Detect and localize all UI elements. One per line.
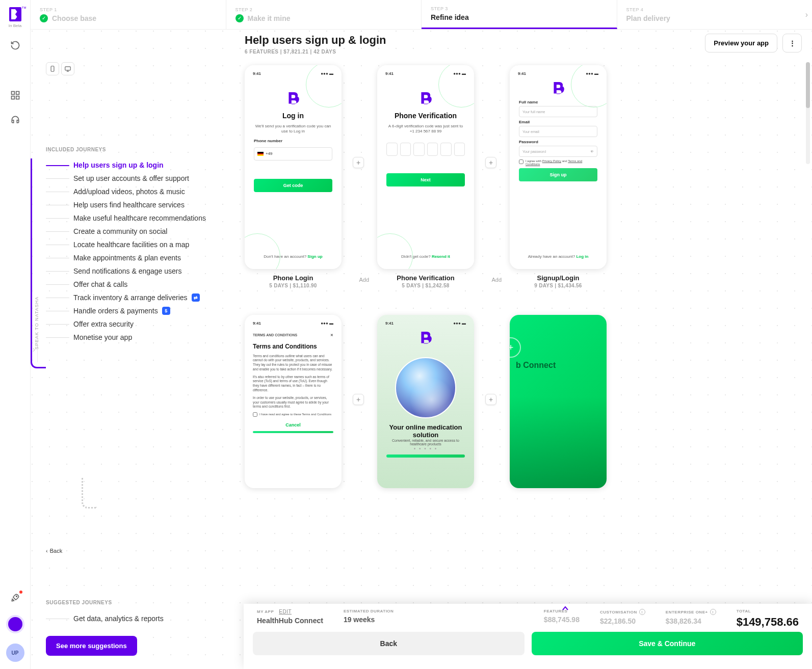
back-button[interactable]: Back: [253, 632, 525, 655]
add-screen-button[interactable]: +: [485, 394, 496, 405]
edit-link[interactable]: Edit: [279, 609, 292, 614]
phone-preview: 9:41●●● ▬ Your online medication solutio…: [377, 315, 474, 488]
back-link[interactable]: ‹Back: [46, 548, 240, 554]
svg-rect-6: [65, 67, 71, 70]
email-input: Your email: [519, 126, 597, 137]
screen-splash[interactable]: 9:41●●● ▬ Your online medication solutio…: [377, 315, 474, 488]
app-name: HealthHub Connect: [257, 617, 323, 625]
journey-item-recommendations[interactable]: Make useful healthcare recommendations: [46, 211, 240, 225]
signal-icons: ●●● ▬: [453, 321, 466, 326]
terms-header-label: TERMS AND CONDITIONS: [253, 333, 297, 337]
time: 9:41: [518, 71, 526, 76]
flag-de-icon: [257, 152, 264, 156]
step-num: STEP 2: [235, 7, 412, 12]
pagination-dots: • • • • •: [382, 446, 469, 451]
phone-input: +49: [254, 147, 332, 160]
screen-title: Log in: [282, 112, 304, 120]
screen-phone-login[interactable]: 9:41●●● ▬ Log in We'll send you a verifi…: [245, 65, 342, 288]
logo-tm: TM: [22, 6, 27, 9]
progress-stepper: STEP 1 ✓Choose base STEP 2 ✓Make it mine…: [31, 0, 812, 30]
journey-item-appointments[interactable]: Make appointments & plan events: [46, 251, 240, 264]
bracket-decoration: [82, 478, 97, 509]
desktop-view-icon[interactable]: [61, 62, 74, 75]
add-screen-button[interactable]: +: [353, 157, 364, 168]
journey-item-chat-calls[interactable]: Offer chat & calls: [46, 278, 240, 291]
promo-title: b Connect: [510, 315, 607, 370]
otp-inputs: [386, 143, 465, 156]
screen-promo[interactable]: + b Connect: [510, 315, 607, 488]
add-label: Add: [359, 277, 369, 283]
journey-item-analytics[interactable]: Get data, analytics & reports: [46, 611, 240, 626]
screen-name: Signup/Login: [534, 274, 582, 282]
journey-item-find-services[interactable]: Help users find healthcare services: [46, 198, 240, 211]
scrollbar-thumb[interactable]: [806, 62, 810, 108]
screen-meta: 9 DAYS | $1,434.56: [534, 283, 582, 288]
screen-subtitle: We'll send you a verification code you c…: [254, 124, 332, 135]
journey-item-locate-map[interactable]: Locate healthcare facilities on a map: [46, 238, 240, 251]
check-icon: ✓: [235, 14, 244, 22]
preview-app-button[interactable]: Preview your app: [705, 34, 777, 52]
canvas-toolbar: [46, 62, 74, 75]
workspace-canvas: › SPEAK TO NATASHA Help users sign up & …: [31, 30, 812, 669]
add-screen-button[interactable]: +: [485, 157, 496, 168]
step-4[interactable]: STEP 4 Plan delivery ›: [617, 0, 813, 29]
step-label: Refine idea: [431, 13, 469, 21]
journey-item-orders[interactable]: Handle orders & payments$: [46, 304, 240, 317]
rocket-icon[interactable]: [8, 591, 22, 605]
undo-icon[interactable]: [8, 38, 22, 52]
info-icon[interactable]: i: [710, 609, 716, 615]
assistant-avatar[interactable]: [6, 615, 24, 633]
mobile-view-icon[interactable]: [46, 62, 59, 75]
journey-item-monetise[interactable]: Monetise your app: [46, 331, 240, 344]
scrollbar[interactable]: [806, 62, 810, 164]
step-1[interactable]: STEP 1 ✓Choose base: [31, 0, 226, 29]
screen-signup-login[interactable]: 9:41●●● ▬ Full nameYour full name EmailY…: [510, 65, 607, 288]
terms-paragraph: It's also referred to by other names suc…: [253, 375, 333, 393]
add-screen-button[interactable]: +: [353, 394, 364, 405]
phone-preview: 9:41●●● ▬ Full nameYour full name EmailY…: [510, 65, 607, 269]
page-subtitle: 6 FEATURES | $7,821.21 | 42 DAYS: [245, 49, 386, 55]
next-icon[interactable]: ›: [805, 10, 808, 19]
signal-icons: ●●● ▬: [321, 321, 333, 326]
journey-item-community[interactable]: Create a community on social: [46, 225, 240, 238]
headset-icon[interactable]: [8, 113, 22, 127]
screen-terms[interactable]: 9:41●●● ▬ TERMS AND CONDITIONS✕ Terms an…: [245, 315, 342, 488]
journey-item-inventory[interactable]: Track inventory & arrange deliveries⇄: [46, 291, 240, 304]
screen-name: Phone Login: [269, 274, 317, 282]
page-title: Help users sign up & login: [245, 34, 386, 47]
step-2[interactable]: STEP 2 ✓Make it mine: [226, 0, 422, 29]
screen-meta: 5 DAYS | $1,110.90: [269, 283, 317, 288]
journey-item-upload-media[interactable]: Add/upload videos, photos & music: [46, 185, 240, 198]
time: 9:41: [385, 321, 394, 326]
see-more-suggestions-button[interactable]: See more suggestions: [46, 636, 137, 656]
journey-item-signup-login[interactable]: Help users sign up & login: [46, 158, 240, 172]
journey-item-security[interactable]: Offer extra security: [46, 317, 240, 331]
caret-icon: [562, 605, 569, 612]
step-3[interactable]: STEP 3 Refine idea: [422, 0, 617, 29]
add-label: Add: [491, 277, 502, 283]
user-avatar[interactable]: UP: [6, 644, 24, 662]
dashboard-icon[interactable]: [8, 88, 22, 102]
arc-decoration: [438, 65, 474, 108]
agree-checkbox: [519, 159, 523, 164]
journey-item-accounts[interactable]: Set up user accounts & offer support: [46, 172, 240, 185]
journey-item-label: Track inventory & arrange deliveries: [73, 293, 188, 302]
journey-item-notifications[interactable]: Send notifications & engage users: [46, 264, 240, 278]
info-icon[interactable]: i: [639, 609, 645, 615]
resend-link: Resend it: [432, 254, 450, 259]
phone-prefix: +49: [266, 151, 273, 156]
app-logo-icon: [286, 92, 300, 108]
login-link: Log in: [576, 254, 588, 259]
field-label: Password: [519, 140, 538, 144]
signup-button: Sign up: [519, 168, 597, 181]
get-started-button-edge: [386, 454, 465, 458]
screen-phone-verification[interactable]: 9:41●●● ▬ Phone Verification A 6-digit v…: [377, 65, 474, 288]
app-logo-icon: [419, 332, 432, 347]
field-label: Email: [519, 120, 530, 124]
save-continue-button[interactable]: Save & Continue: [532, 632, 803, 655]
more-menu-icon[interactable]: ⋮: [782, 34, 802, 52]
screen-title: Phone Verification: [395, 112, 457, 120]
journey-item-label: Handle orders & payments: [73, 307, 158, 315]
time: 9:41: [253, 71, 261, 76]
promo-image: [510, 396, 607, 488]
